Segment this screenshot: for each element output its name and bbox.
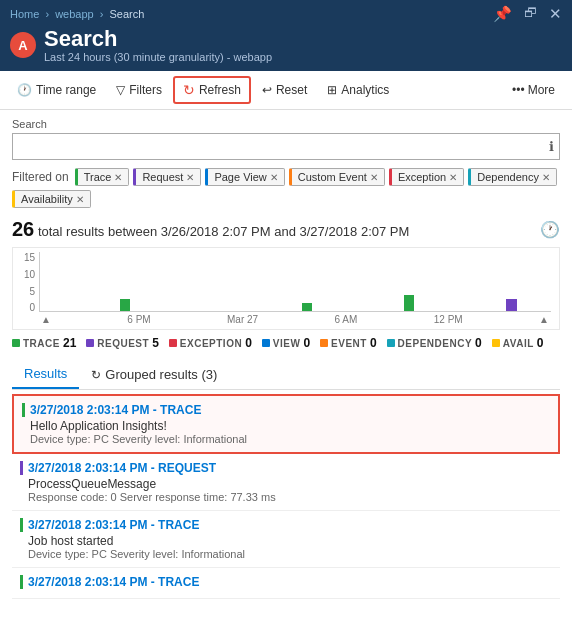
filter-tag-request[interactable]: Request ✕: [133, 168, 201, 186]
results-text: total results between 3/26/2018 2:07 PM …: [38, 224, 409, 239]
filter-tag-pageview[interactable]: Page View ✕: [205, 168, 284, 186]
close-trace-icon[interactable]: ✕: [114, 172, 122, 183]
close-dependency-icon[interactable]: ✕: [542, 172, 550, 183]
filtered-on-label: Filtered on: [12, 170, 69, 184]
close-pageview-icon[interactable]: ✕: [270, 172, 278, 183]
history-icon[interactable]: 🕐: [540, 220, 560, 239]
more-button[interactable]: ••• More: [503, 78, 564, 102]
chart-x-6am: 6 AM: [335, 314, 358, 325]
filter-tag-exception[interactable]: Exception ✕: [389, 168, 464, 186]
legend-dependency: DEPENDENCY 0: [387, 336, 482, 350]
result-title: 3/27/2018 2:03:14 PM - TRACE: [22, 403, 550, 417]
restore-icon[interactable]: 🗗: [524, 5, 537, 23]
more-dots-icon: •••: [512, 83, 525, 97]
results-summary: 26 total results between 3/26/2018 2:07 …: [12, 218, 409, 241]
result-meta: Device type: PC Severity level: Informat…: [28, 548, 552, 560]
chart-y-label-15: 15: [21, 252, 35, 263]
grouped-icon: ↻: [91, 368, 101, 382]
page-subtitle: Last 24 hours (30 minute granularity) - …: [44, 51, 272, 63]
tabs-row: Results ↻ Grouped results (3): [12, 360, 560, 390]
tab-results[interactable]: Results: [12, 360, 79, 389]
result-body: Job host started: [28, 534, 552, 548]
refresh-icon: ↻: [183, 82, 195, 98]
legend-trace: TRACE 21: [12, 336, 76, 350]
filter-tag-availability[interactable]: Availability ✕: [12, 190, 91, 208]
analytics-icon: ⊞: [327, 83, 337, 97]
filter-icon: ▽: [116, 83, 125, 97]
legend-exception: EXCEPTION 0: [169, 336, 252, 350]
result-title: 3/27/2018 2:03:14 PM - TRACE: [20, 518, 552, 532]
app-icon: A: [10, 32, 36, 58]
results-count: 26: [12, 218, 34, 240]
filter-section: Filtered on Trace ✕ Request ✕ Page View …: [12, 168, 560, 208]
legend-view: VIEW 0: [262, 336, 310, 350]
chart-y-label-0: 0: [21, 302, 35, 313]
chart-y-label-10: 10: [21, 269, 35, 280]
undo-icon: ↩: [262, 83, 272, 97]
chart-area: 15 10 5 0 ▲ 6 PM Mar 27 6 AM 12 PM ▲: [12, 247, 560, 330]
result-list: 3/27/2018 2:03:14 PM - TRACE Hello Appli…: [12, 394, 560, 599]
search-input[interactable]: [12, 133, 560, 160]
result-item[interactable]: 3/27/2018 2:03:14 PM - TRACE Job host st…: [12, 511, 560, 568]
result-title: 3/27/2018 2:03:14 PM - REQUEST: [20, 461, 552, 475]
legend-request: REQUEST 5: [86, 336, 159, 350]
reset-button[interactable]: ↩ Reset: [253, 78, 316, 102]
result-item[interactable]: 3/27/2018 2:03:14 PM - TRACE: [12, 568, 560, 599]
info-icon[interactable]: ℹ: [549, 139, 554, 154]
close-request-icon[interactable]: ✕: [186, 172, 194, 183]
search-label: Search: [12, 118, 560, 130]
clock-icon: 🕐: [17, 83, 32, 97]
close-customevent-icon[interactable]: ✕: [370, 172, 378, 183]
search-section: Search ℹ: [12, 118, 560, 160]
result-title: 3/27/2018 2:03:14 PM - TRACE: [20, 575, 552, 589]
result-body: ProcessQueueMessage: [28, 477, 552, 491]
breadcrumb: Home › webapp › Search: [10, 8, 144, 20]
chart-x-mar27: Mar 27: [227, 314, 258, 325]
pin-icon[interactable]: 📌: [493, 5, 512, 23]
chart-legend: TRACE 21 REQUEST 5 EXCEPTION 0 VIEW 0 EV…: [12, 336, 560, 350]
legend-event: EVENT 0: [320, 336, 377, 350]
filter-tag-trace[interactable]: Trace ✕: [75, 168, 130, 186]
chart-x-arrow1: ▲: [41, 314, 51, 325]
tab-grouped[interactable]: ↻ Grouped results (3): [79, 361, 229, 388]
result-item[interactable]: 3/27/2018 2:03:14 PM - REQUEST ProcessQu…: [12, 454, 560, 511]
close-icon[interactable]: ✕: [549, 5, 562, 23]
analytics-button[interactable]: ⊞ Analytics: [318, 78, 398, 102]
result-meta: Response code: 0 Server response time: 7…: [28, 491, 552, 503]
filter-tag-customevent[interactable]: Custom Event ✕: [289, 168, 385, 186]
result-meta: Device type: PC Severity level: Informat…: [30, 433, 550, 445]
legend-avail: AVAIL 0: [492, 336, 544, 350]
close-availability-icon[interactable]: ✕: [76, 194, 84, 205]
chart-x-arrow2: ▲: [539, 314, 549, 325]
page-title: Search: [44, 27, 272, 51]
close-exception-icon[interactable]: ✕: [449, 172, 457, 183]
chart-x-12pm: 12 PM: [434, 314, 463, 325]
result-item[interactable]: 3/27/2018 2:03:14 PM - TRACE Hello Appli…: [12, 394, 560, 454]
refresh-button[interactable]: ↻ Refresh: [173, 76, 251, 104]
filters-button[interactable]: ▽ Filters: [107, 78, 171, 102]
chart-x-6pm: 6 PM: [127, 314, 150, 325]
chart-y-label-5: 5: [21, 286, 35, 297]
result-body: Hello Application Insights!: [30, 419, 550, 433]
filter-tag-dependency[interactable]: Dependency ✕: [468, 168, 557, 186]
time-range-button[interactable]: 🕐 Time range: [8, 78, 105, 102]
